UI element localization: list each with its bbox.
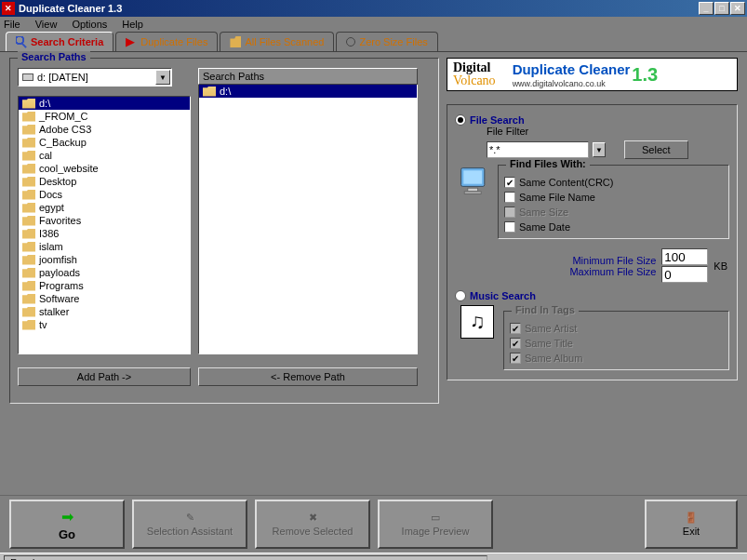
file-search-radio[interactable] xyxy=(455,114,466,126)
folder-icon xyxy=(22,307,35,317)
chevron-down-icon: ▼ xyxy=(155,70,170,85)
close-button[interactable]: ✕ xyxy=(730,2,745,15)
same-name-checkbox[interactable] xyxy=(504,192,515,203)
folder-icon xyxy=(22,138,35,148)
same-artist-checkbox: ✔ xyxy=(510,323,521,334)
menu-options[interactable]: Options xyxy=(72,19,107,30)
menubar: File View Options Help xyxy=(0,17,747,32)
remove-icon: ✖ xyxy=(309,512,317,524)
folder-icon xyxy=(230,36,241,47)
menu-help[interactable]: Help xyxy=(122,19,143,30)
list-item[interactable]: Desktop xyxy=(19,175,190,188)
banner-text: Volcano xyxy=(453,73,496,87)
folder-icon xyxy=(22,125,35,135)
list-item[interactable]: joomfish xyxy=(19,253,190,266)
min-size-label: Minimum File Size xyxy=(569,255,656,266)
menu-view[interactable]: View xyxy=(35,19,58,30)
status-text: Ready. xyxy=(4,555,487,561)
max-size-input[interactable] xyxy=(661,266,708,283)
maximize-button[interactable]: □ xyxy=(714,2,729,15)
same-date-checkbox[interactable] xyxy=(504,221,515,233)
selection-assistant-button[interactable]: ✎ Selection Assistant xyxy=(132,500,247,549)
tab-all-files[interactable]: All Files Scanned xyxy=(220,32,334,51)
folder-icon xyxy=(22,112,35,122)
tab-duplicate-files[interactable]: ▶ Duplicate Files xyxy=(115,32,218,51)
remove-selected-button[interactable]: ✖ Remove Selected xyxy=(255,500,370,549)
banner-version: 1.3 xyxy=(632,64,658,86)
folder-icon xyxy=(22,203,35,213)
find-files-legend: Find Files With: xyxy=(506,158,590,169)
list-item[interactable]: _FROM_C xyxy=(19,110,190,123)
list-item[interactable]: payloads xyxy=(19,266,190,279)
list-item[interactable]: Programs xyxy=(19,279,190,292)
menu-file[interactable]: File xyxy=(4,19,20,30)
folder-open-icon xyxy=(203,87,216,97)
list-item[interactable]: I386 xyxy=(19,227,190,240)
file-filter-label: File Filter xyxy=(487,126,729,137)
music-search-radio[interactable] xyxy=(455,290,466,301)
arrow-right-icon: ➡ xyxy=(61,508,73,526)
list-item[interactable]: egypt xyxy=(19,201,190,214)
list-item[interactable]: stalker xyxy=(19,305,190,318)
add-path-button[interactable]: Add Path -> xyxy=(18,367,191,386)
tab-search-criteria[interactable]: Search Criteria xyxy=(6,32,113,51)
banner-title: Duplicate Cleaner xyxy=(513,61,631,77)
fieldset-legend: Search Paths xyxy=(18,51,90,62)
statusbar: Ready. xyxy=(0,553,747,560)
list-item[interactable]: islam xyxy=(19,240,190,253)
same-album-checkbox: ✔ xyxy=(510,353,521,364)
chevron-down-icon[interactable]: ▼ xyxy=(593,142,606,157)
drive-combo[interactable]: d: [DATEN] ▼ xyxy=(18,68,172,87)
folder-icon xyxy=(22,216,35,226)
tab-label: All Files Scanned xyxy=(245,36,324,47)
list-item[interactable]: Favorites xyxy=(19,214,190,227)
tab-label: Search Criteria xyxy=(31,36,103,47)
svg-rect-3 xyxy=(464,192,481,194)
list-item[interactable]: tv xyxy=(19,318,190,331)
list-item[interactable]: d:\ xyxy=(199,85,417,98)
circle-icon xyxy=(346,37,355,47)
search-icon xyxy=(16,36,27,47)
banner-text: Digital xyxy=(453,60,490,74)
find-in-tags-legend: Find In Tags xyxy=(512,304,579,315)
image-preview-button[interactable]: ▭ Image Preview xyxy=(378,500,493,549)
list-item[interactable]: d:\ xyxy=(19,97,190,110)
search-paths-fieldset: Search Paths d: [DATEN] ▼ d:\ _FROM_C Ad… xyxy=(9,58,439,404)
wand-icon: ✎ xyxy=(186,512,194,524)
same-content-checkbox[interactable]: ✔ xyxy=(504,177,515,188)
exit-button[interactable]: 🚪 Exit xyxy=(645,500,738,549)
preview-icon: ▭ xyxy=(431,512,440,524)
kb-label: KB xyxy=(714,260,727,272)
list-item[interactable]: Software xyxy=(19,292,190,305)
file-filter-combo[interactable]: *.* xyxy=(487,141,589,158)
min-size-input[interactable] xyxy=(661,248,708,265)
tab-label: Zero Size Files xyxy=(359,36,427,47)
list-item[interactable]: C_Backup xyxy=(19,136,190,149)
minimize-button[interactable]: _ xyxy=(699,2,714,15)
folder-icon xyxy=(22,164,35,174)
folder-icon xyxy=(22,320,35,330)
music-search-label: Music Search xyxy=(470,290,536,301)
remove-path-button[interactable]: <- Remove Path xyxy=(198,367,418,386)
banner: Digital Volcano Duplicate Cleaner www.di… xyxy=(447,58,738,91)
list-item[interactable]: cool_website xyxy=(19,162,190,175)
selected-paths-list[interactable]: d:\ xyxy=(198,85,418,354)
flag-icon: ▶ xyxy=(126,39,135,46)
folder-icon xyxy=(22,229,35,239)
search-paths-header: Search Paths xyxy=(198,68,418,85)
folder-icon xyxy=(22,268,35,278)
combo-value: d: [DATEN] xyxy=(37,72,88,83)
max-size-label: Maximum File Size xyxy=(569,266,656,277)
tab-zero-size[interactable]: Zero Size Files xyxy=(336,32,437,51)
list-item[interactable]: cal xyxy=(19,149,190,162)
banner-url: www.digitalvolcano.co.uk xyxy=(513,79,606,88)
svg-rect-2 xyxy=(468,188,478,192)
folder-open-icon xyxy=(22,99,35,109)
titlebar: ✕ Duplicate Cleaner 1.3 _ □ ✕ xyxy=(0,0,747,17)
folder-icon xyxy=(22,294,35,304)
folder-list[interactable]: d:\ _FROM_C Adobe CS3 C_Backup cal cool_… xyxy=(18,96,191,354)
list-item[interactable]: Docs xyxy=(19,188,190,201)
go-button[interactable]: ➡ Go xyxy=(9,500,125,549)
list-item[interactable]: Adobe CS3 xyxy=(19,123,190,136)
select-button[interactable]: Select xyxy=(624,140,688,159)
